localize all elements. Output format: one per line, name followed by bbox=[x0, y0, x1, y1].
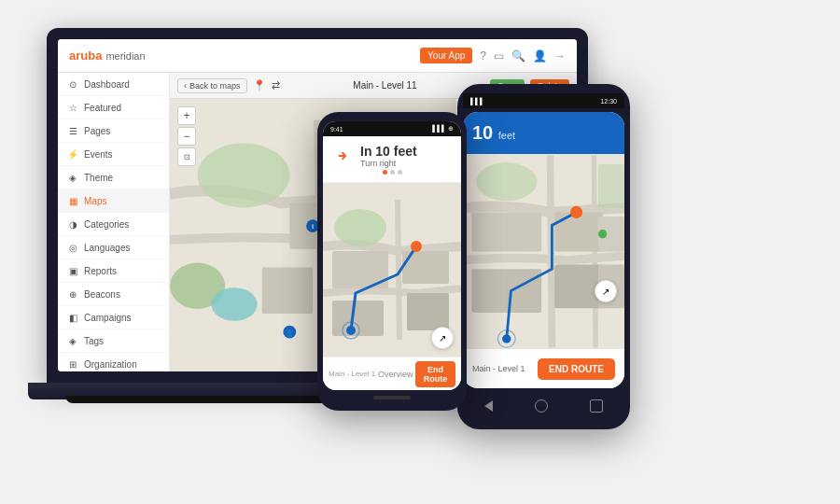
header-icons: ? ▭ 🔍 👤 → bbox=[480, 49, 566, 63]
sidebar-item-dashboard[interactable]: ⊙ Dashboard bbox=[58, 73, 169, 96]
phone-right-nav-header: 10 feet bbox=[463, 112, 624, 154]
map-level-right: Main - Level 1 bbox=[472, 364, 525, 373]
android-recents-button[interactable] bbox=[590, 399, 603, 413]
svg-point-43 bbox=[502, 334, 511, 343]
dashboard-icon: ⊙ bbox=[67, 78, 78, 90]
org-icon: ⊞ bbox=[67, 358, 78, 370]
aruba-logo: aruba meridian bbox=[69, 49, 146, 63]
svg-point-45 bbox=[598, 230, 607, 238]
sidebar-item-campaigns[interactable]: ◧ Campaigns bbox=[58, 306, 169, 329]
nav-distance: In 10 feet bbox=[360, 144, 417, 159]
step-dot-2 bbox=[390, 170, 395, 175]
nav-header-distance: 10 bbox=[472, 122, 498, 143]
theme-icon: ◈ bbox=[67, 172, 78, 183]
svg-text:i: i bbox=[312, 222, 314, 231]
phone-left-status-bar: 9:41 ▌▌▌ ⊕ bbox=[323, 121, 461, 136]
sidebar-item-pages[interactable]: ☰ Pages bbox=[58, 119, 169, 143]
events-icon: ⚡ bbox=[67, 148, 78, 160]
phone-left: 9:41 ▌▌▌ ⊕ In 10 feet Turn right bbox=[317, 112, 467, 411]
login-icon[interactable]: → bbox=[554, 49, 566, 63]
sidebar-item-tags[interactable]: ◈ Tags bbox=[58, 329, 169, 353]
search-icon[interactable]: 🔍 bbox=[511, 49, 525, 63]
campaigns-icon: ◧ bbox=[67, 312, 78, 323]
svg-point-30 bbox=[411, 241, 422, 252]
svg-rect-9 bbox=[262, 268, 313, 314]
phone-left-nav-header: In 10 feet Turn right bbox=[323, 136, 461, 183]
fit-button[interactable]: ⊡ bbox=[177, 147, 196, 166]
phone-right-body: ▌▌▌ 12:30 10 feet bbox=[457, 84, 630, 429]
phone-right-map: ↗ bbox=[463, 154, 624, 349]
compass-button[interactable]: ↗ bbox=[431, 327, 454, 349]
compass-right-button[interactable]: ↗ bbox=[595, 280, 617, 302]
svg-point-31 bbox=[346, 326, 356, 335]
share-icon[interactable]: ⇄ bbox=[272, 79, 280, 91]
svg-point-29 bbox=[334, 209, 386, 246]
app-header: aruba meridian Your App ? ▭ 🔍 👤 → bbox=[58, 39, 577, 73]
svg-rect-34 bbox=[554, 212, 602, 251]
home-indicator bbox=[373, 396, 411, 399]
beacons-icon: ⊕ bbox=[67, 288, 78, 300]
overview-button[interactable]: Overview bbox=[375, 370, 415, 379]
featured-icon: ☆ bbox=[67, 102, 78, 113]
maps-icon: ▦ bbox=[67, 195, 78, 206]
user-icon[interactable]: 👤 bbox=[533, 49, 547, 63]
turn-right-arrow bbox=[332, 145, 355, 167]
svg-rect-41 bbox=[598, 164, 624, 208]
tags-icon: ◈ bbox=[67, 335, 78, 346]
reports-icon: ▣ bbox=[67, 265, 78, 276]
svg-rect-35 bbox=[471, 212, 541, 251]
android-back-button[interactable] bbox=[484, 400, 493, 412]
svg-text:👤: 👤 bbox=[286, 329, 294, 337]
phone-left-time: 9:41 bbox=[330, 126, 343, 133]
svg-rect-28 bbox=[332, 301, 384, 336]
phone-right-screen: 10 feet bbox=[463, 112, 624, 388]
categories-icon: ◑ bbox=[67, 218, 78, 230]
map-controls: + − ⊡ bbox=[177, 106, 196, 166]
nav-instruction: Turn right bbox=[360, 159, 417, 168]
tablet-icon[interactable]: ▭ bbox=[494, 49, 504, 63]
languages-icon: ◎ bbox=[67, 242, 78, 253]
sidebar-item-categories[interactable]: ◑ Categories bbox=[58, 213, 169, 236]
back-to-maps-button[interactable]: ‹ Back to maps bbox=[177, 78, 247, 93]
pages-icon: ☰ bbox=[67, 125, 78, 136]
nav-header-unit: feet bbox=[498, 130, 515, 141]
phone-left-body: 9:41 ▌▌▌ ⊕ In 10 feet Turn right bbox=[317, 112, 467, 411]
map-level-label: Main - Level 1 bbox=[329, 370, 375, 378]
step-dot-1 bbox=[383, 170, 387, 175]
svg-rect-38 bbox=[471, 269, 541, 313]
sidebar-item-reports[interactable]: ▣ Reports bbox=[58, 259, 169, 283]
sidebar-item-languages[interactable]: ◎ Languages bbox=[58, 236, 169, 259]
sidebar-item-beacons[interactable]: ⊕ Beacons bbox=[58, 283, 169, 306]
end-route-large-button[interactable]: END ROUTE bbox=[538, 358, 615, 380]
phone-right-status-bar: ▌▌▌ 12:30 bbox=[463, 93, 624, 108]
your-app-button[interactable]: Your App bbox=[420, 48, 472, 63]
help-icon[interactable]: ? bbox=[480, 49, 486, 63]
svg-point-11 bbox=[211, 287, 257, 321]
android-nav-buttons bbox=[463, 392, 624, 420]
svg-point-1 bbox=[198, 143, 290, 207]
sidebar: ⊙ Dashboard ☆ Featured ☰ Pages ⚡ bbox=[58, 73, 170, 371]
phone-right-time: 12:30 bbox=[600, 98, 617, 105]
sidebar-item-events[interactable]: ⚡ Events bbox=[58, 143, 169, 166]
phone-right-signal: ▌▌▌ bbox=[470, 98, 484, 105]
zoom-in-button[interactable]: + bbox=[177, 106, 196, 125]
end-route-button[interactable]: End Route bbox=[415, 361, 455, 387]
sidebar-item-theme[interactable]: ◈ Theme bbox=[58, 166, 169, 189]
phone-left-signal: ▌▌▌ ⊕ bbox=[432, 125, 454, 133]
phone-left-map: ↗ bbox=[323, 183, 461, 357]
phone-left-screen: 9:41 ▌▌▌ ⊕ In 10 feet Turn right bbox=[323, 121, 461, 390]
sidebar-item-organization[interactable]: ⊞ Organization bbox=[58, 353, 169, 371]
sidebar-item-featured[interactable]: ☆ Featured bbox=[58, 96, 169, 119]
scene: aruba meridian Your App ? ▭ 🔍 👤 → bbox=[0, 0, 840, 504]
phone-right-bottom: Main - Level 1 END ROUTE bbox=[463, 349, 624, 388]
step-dot-3 bbox=[398, 170, 402, 175]
android-home-button[interactable] bbox=[535, 399, 548, 413]
map-title: Main - Level 11 bbox=[286, 80, 485, 91]
phone-right: ▌▌▌ 12:30 10 feet bbox=[457, 84, 630, 429]
sidebar-item-maps[interactable]: ▦ Maps bbox=[58, 189, 169, 213]
back-arrow-icon: ‹ bbox=[184, 81, 187, 91]
zoom-out-button[interactable]: − bbox=[177, 127, 196, 146]
brand-name: aruba bbox=[69, 49, 102, 63]
nav-step: In 10 feet Turn right bbox=[332, 144, 452, 168]
svg-point-40 bbox=[476, 162, 537, 201]
